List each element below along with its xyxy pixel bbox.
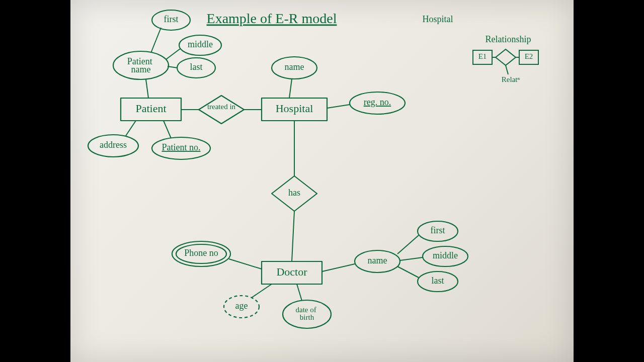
whiteboard-paper: Example of E-R model Hospital Relationsh… (70, 0, 574, 362)
legend-e2: E2 (525, 52, 533, 60)
attr-dob-label: date of birth (296, 306, 318, 321)
attr-d-middle-label: middle (433, 250, 458, 260)
attr-hospital-name-label: name (285, 62, 304, 72)
svg-line-2 (506, 65, 508, 74)
svg-line-4 (151, 28, 161, 53)
svg-line-8 (164, 121, 171, 138)
diagram-title: Example of E-R model (207, 11, 337, 26)
svg-line-5 (166, 49, 180, 59)
context-label: Hospital (423, 14, 453, 24)
legend-group: Relationship E1 E2 Relatⁿ (473, 34, 538, 83)
svg-line-13 (297, 284, 302, 301)
attr-reg-no-label: reg. no. (364, 97, 391, 107)
er-diagram-svg: Example of E-R model Hospital Relationsh… (70, 0, 574, 362)
svg-line-7 (126, 121, 136, 136)
svg-line-11 (229, 259, 262, 269)
attr-patient-no-label: Patient no. (162, 142, 201, 152)
attr-patient-name-label: Patient name (127, 56, 155, 74)
legend-e1: E1 (478, 52, 487, 60)
attr-doctor-name-label: name (368, 255, 387, 265)
attr-d-last-label: last (432, 276, 444, 286)
entity-patient-label: Patient (135, 102, 166, 115)
svg-line-3 (146, 79, 148, 98)
svg-line-15 (397, 235, 419, 254)
attr-last-label: last (190, 62, 203, 72)
svg-line-21 (292, 211, 294, 261)
entity-doctor-label: Doctor (276, 265, 307, 278)
attr-phone-no-label: Phone no (184, 248, 218, 258)
legend-diamond (496, 49, 516, 65)
svg-line-6 (168, 66, 178, 68)
svg-line-16 (400, 257, 423, 260)
attr-middle-label: middle (188, 39, 213, 49)
entity-hospital-label: Hospital (276, 102, 313, 115)
legend-heading: Relationship (486, 34, 531, 44)
attr-d-first-label: first (431, 225, 445, 235)
svg-line-10 (327, 105, 350, 108)
svg-line-12 (252, 284, 272, 298)
rel-has-label: has (288, 188, 300, 198)
rel-treated-in-label: treated in (207, 103, 236, 111)
svg-line-17 (397, 266, 419, 278)
svg-line-14 (322, 264, 355, 272)
attr-address-label: address (100, 140, 127, 150)
legend-caption: Relatⁿ (502, 75, 520, 83)
svg-line-9 (289, 79, 292, 98)
attr-first-label: first (164, 14, 179, 24)
attr-age-label: age (235, 301, 248, 311)
